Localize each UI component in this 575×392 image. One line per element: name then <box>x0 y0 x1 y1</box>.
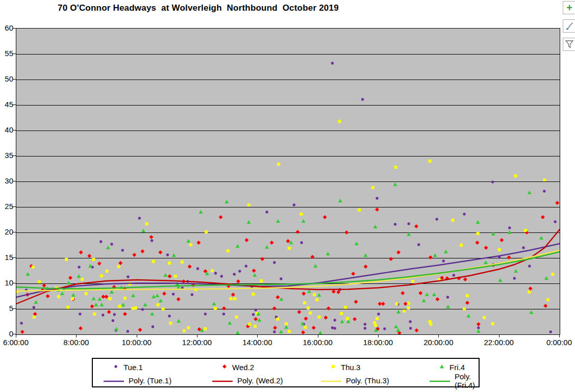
x-axis-label: 6:00:00 <box>0 338 39 347</box>
legend-series-row: Tue.1Wed.2Thu.3Fri.4 <box>93 360 479 374</box>
legend-item[interactable]: Poly. (Wed.2) <box>212 374 283 387</box>
legend-label: Poly. (Thu.3) <box>346 376 389 385</box>
legend-item[interactable]: Tue.1 <box>112 360 143 374</box>
x-axis-label: 10:00:00 <box>114 338 160 347</box>
legend-swatch <box>320 376 342 385</box>
scatter-plot <box>16 29 560 334</box>
legend-swatch <box>221 363 228 372</box>
x-axis-tick <box>197 334 197 337</box>
x-axis-label: 12:00:00 <box>174 338 220 347</box>
y-axis-label: 10 <box>0 278 13 288</box>
y-axis-label: 60 <box>0 23 13 33</box>
x-axis-tick <box>559 334 560 337</box>
y-axis-label: 5 <box>0 304 13 313</box>
legend-trend-row: Poly. (Tue.1)Poly. (Wed.2)Poly. (Thu.3)P… <box>93 374 479 387</box>
y-axis-label: 30 <box>0 176 13 186</box>
plus-icon: + <box>566 3 572 13</box>
x-axis-label: 18:00:00 <box>355 338 401 347</box>
y-axis-tick <box>13 232 16 232</box>
x-axis-label: 8:00:00 <box>53 338 99 347</box>
y-axis-label: 35 <box>0 151 13 160</box>
chart-styles-button[interactable] <box>563 19 575 33</box>
y-axis-tick <box>13 181 16 181</box>
y-axis-label: 20 <box>0 227 13 237</box>
legend-label: Fri.4 <box>449 363 465 372</box>
x-axis-tick <box>76 334 77 337</box>
y-axis-label: 0 <box>0 329 13 338</box>
y-axis-tick <box>13 257 16 258</box>
legend-label: Poly. (Tue.1) <box>129 376 171 385</box>
x-axis-tick <box>438 334 439 337</box>
y-axis-label: 50 <box>0 74 13 84</box>
chart-title: 70 O'Connor Headways at Wolverleigh Nort… <box>58 3 339 13</box>
y-axis-tick <box>13 28 16 29</box>
y-axis-tick <box>13 130 16 130</box>
x-axis-tick <box>378 334 379 337</box>
y-axis-label: 40 <box>0 125 13 135</box>
y-axis-tick <box>13 104 16 105</box>
legend-label: Poly. (Fri.4) <box>455 372 479 389</box>
y-axis-tick <box>13 206 16 207</box>
legend-item[interactable]: Thu.3 <box>330 360 360 374</box>
series-Thu.3 <box>16 120 554 333</box>
x-axis-label: 14:00:00 <box>234 338 280 347</box>
series-Fri.4 <box>26 182 548 334</box>
legend-swatch <box>212 376 233 385</box>
legend-label: Tue.1 <box>123 363 143 372</box>
y-axis-label: 55 <box>0 49 13 58</box>
series-Tue.1 <box>20 62 556 333</box>
legend-label: Thu.3 <box>341 363 360 372</box>
y-axis-tick <box>13 79 16 80</box>
y-axis-label: 15 <box>0 253 13 262</box>
gridlines <box>16 54 560 309</box>
legend-item[interactable]: Poly. (Thu.3) <box>320 374 389 387</box>
legend-swatch <box>103 376 124 385</box>
x-axis-tick <box>499 334 499 337</box>
legend-item[interactable]: Poly. (Fri.4) <box>429 374 479 387</box>
x-axis-tick <box>318 334 318 337</box>
x-axis-tick <box>16 334 16 337</box>
legend-label: Poly. (Wed.2) <box>237 376 283 385</box>
x-axis-label: 16:00:00 <box>295 338 341 347</box>
y-axis-tick <box>13 283 16 283</box>
funnel-icon <box>565 40 574 49</box>
y-axis-label: 25 <box>0 202 13 211</box>
legend-label: Wed.2 <box>232 363 254 372</box>
chart-filters-button[interactable] <box>563 38 575 51</box>
y-axis-tick <box>13 155 16 156</box>
legend-item[interactable]: Wed.2 <box>221 360 254 374</box>
y-axis-label: 45 <box>0 100 13 109</box>
plot-area <box>16 28 560 335</box>
chart-window: 70 O'Connor Headways at Wolverleigh Nort… <box>0 0 575 392</box>
x-axis-label: 22:00:00 <box>476 338 522 347</box>
chart-elements-button[interactable]: + <box>563 1 575 14</box>
x-axis-label: 20:00:00 <box>415 338 461 347</box>
legend-swatch <box>429 376 451 385</box>
x-axis-label: 0:00:00 <box>536 338 575 347</box>
legend-box: Tue.1Wed.2Thu.3Fri.4 Poly. (Tue.1)Poly. … <box>92 358 480 387</box>
y-axis-tick <box>13 308 16 309</box>
y-axis-tick <box>13 54 16 54</box>
legend-item[interactable]: Poly. (Tue.1) <box>103 374 171 387</box>
brush-icon <box>565 21 574 31</box>
legend-swatch <box>112 363 119 372</box>
legend-swatch <box>438 363 445 372</box>
x-axis-tick <box>137 334 137 337</box>
x-axis-tick <box>257 334 258 337</box>
legend-swatch <box>330 363 337 372</box>
